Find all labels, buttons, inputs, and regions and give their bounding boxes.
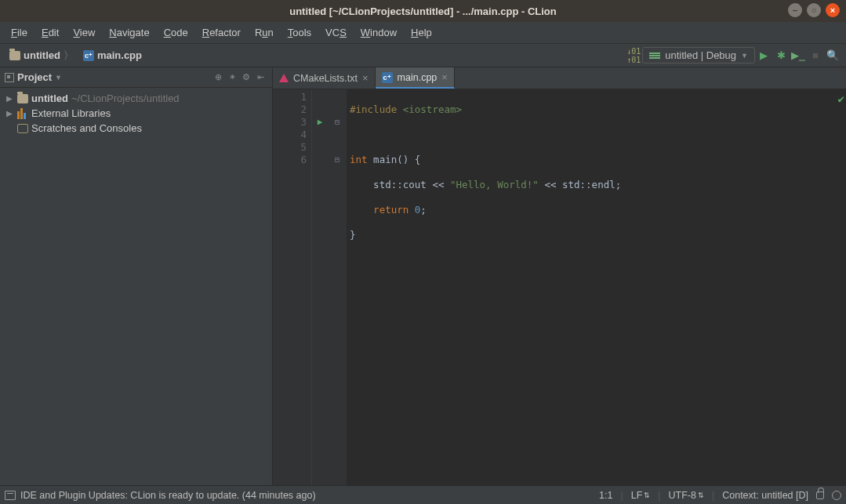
fold-gutter: ⊟ ⊟ (328, 89, 347, 485)
window-titlebar: untitled [~/CLionProjects/untitled] - ..… (0, 0, 846, 22)
tool-windows-quick-access-icon[interactable] (5, 491, 16, 500)
folder-icon (9, 51, 20, 60)
editor-tab-label: main.cpp (398, 72, 438, 83)
status-bar: IDE and Plugin Updates: CLion is ready t… (0, 485, 846, 504)
inspector-icon (832, 491, 841, 500)
window-title: untitled [~/CLionProjects/untitled] - ..… (289, 5, 557, 17)
breadcrumb-project[interactable]: untitled 〉 (5, 47, 78, 64)
line-number: 4 (273, 129, 307, 141)
lock-icon (816, 491, 824, 499)
run-line-marker-icon[interactable]: ▶ (318, 116, 323, 129)
menu-tools[interactable]: Tools (281, 25, 318, 40)
editor-tab-main-cpp[interactable]: c⁺ main.cpp × (376, 67, 455, 89)
inspection-profile[interactable] (832, 491, 841, 500)
navigation-bar: untitled 〉 c⁺ main.cpp ↓01↑01 untitled |… (0, 44, 846, 67)
close-tab-button[interactable]: × (441, 71, 448, 83)
menu-run[interactable]: Run (249, 25, 280, 40)
inspection-ok-icon[interactable]: ✔ (838, 92, 844, 105)
run-button[interactable]: ▶ (755, 47, 772, 64)
window-close-button[interactable]: × (826, 3, 840, 17)
run-configuration-label: untitled | Debug (665, 49, 736, 61)
editor-tab-cmakelists[interactable]: CMakeLists.txt × (273, 67, 376, 89)
line-number: 1 (273, 91, 307, 103)
project-icon (5, 73, 14, 82)
run-configuration-selector[interactable]: untitled | Debug ▼ (642, 47, 755, 63)
project-tool-window: Project ▼ ⊕ ✴ ⚙ ⇤ ▶ untitled ~/CLionProj… (0, 67, 273, 485)
editor-tabs: CMakeLists.txt × c⁺ main.cpp × (273, 67, 846, 89)
menu-edit[interactable]: Edit (35, 25, 65, 40)
tree-node-label: untitled (31, 92, 68, 104)
context-widget[interactable]: Context: untitled [D] (722, 490, 808, 501)
tree-node-project[interactable]: ▶ untitled ~/CLionProjects/untitled (2, 91, 271, 106)
run-with-coverage-button[interactable]: ▶⎯ (790, 47, 807, 64)
chevron-down-icon: ▼ (741, 52, 748, 60)
caret-position[interactable]: 1:1 (599, 490, 612, 501)
menu-view[interactable]: View (67, 25, 101, 40)
code-content[interactable]: #include <iostream> int main() { std::co… (347, 89, 846, 485)
window-maximize-button[interactable]: ○ (807, 3, 821, 17)
project-tool-header: Project ▼ ⊕ ✴ ⚙ ⇤ (0, 67, 272, 88)
breadcrumb-file-label: main.cpp (97, 49, 142, 61)
editor-tab-label: CMakeLists.txt (293, 73, 358, 84)
update-project-button[interactable]: ↓01↑01 (625, 47, 642, 64)
line-number: 3 (273, 116, 307, 129)
debug-button[interactable]: ✱ (772, 47, 790, 64)
project-tool-title[interactable]: Project ▼ (5, 71, 62, 83)
close-tab-button[interactable]: × (362, 72, 369, 84)
menu-refactor[interactable]: Refactor (196, 25, 247, 40)
line-number-gutter: 1 2 3 4 5 6 (273, 89, 312, 485)
tree-node-scratches[interactable]: Scratches and Consoles (2, 121, 271, 136)
menu-window[interactable]: Window (354, 25, 403, 40)
window-minimize-button[interactable]: – (788, 3, 802, 17)
collapse-all-button[interactable]: ✴ (225, 71, 239, 85)
cpp-file-icon: c⁺ (83, 50, 94, 61)
read-only-toggle[interactable] (816, 491, 824, 499)
run-gutter: ▶ (312, 89, 328, 485)
search-everywhere-button[interactable]: 🔍 (824, 47, 841, 64)
project-settings-button[interactable]: ⚙ (239, 71, 253, 85)
tree-node-label: External Libraries (31, 107, 111, 119)
main-split: Project ▼ ⊕ ✴ ⚙ ⇤ ▶ untitled ~/CLionProj… (0, 67, 846, 485)
menu-file[interactable]: File (5, 25, 34, 40)
fold-start-icon[interactable]: ⊟ (328, 116, 347, 129)
menu-navigate[interactable]: Navigate (103, 25, 155, 40)
project-tree: ▶ untitled ~/CLionProjects/untitled ▶ Ex… (0, 88, 272, 139)
tree-node-path: ~/CLionProjects/untitled (71, 92, 180, 104)
status-message[interactable]: IDE and Plugin Updates: CLion is ready t… (20, 490, 316, 501)
tree-node-external-libraries[interactable]: ▶ External Libraries (2, 106, 271, 121)
stop-button[interactable]: ■ (807, 47, 824, 64)
cmake-file-icon (279, 74, 289, 82)
project-tool-title-label: Project (17, 71, 52, 83)
library-icon (17, 108, 28, 119)
tree-node-label: Scratches and Consoles (31, 122, 142, 134)
chevron-right-icon: ▶ (5, 94, 14, 103)
locate-file-button[interactable]: ⊕ (211, 71, 225, 85)
menu-vcs[interactable]: VCS (319, 25, 353, 40)
line-number: 6 (273, 154, 307, 166)
menu-bar: File Edit View Navigate Code Refactor Ru… (0, 22, 846, 44)
scratches-icon (17, 124, 28, 133)
folder-icon (17, 94, 28, 103)
chevron-down-icon: ▼ (55, 74, 62, 82)
chevron-right-icon: ▶ (5, 109, 14, 118)
breadcrumb-file[interactable]: c⁺ main.cpp (78, 48, 147, 63)
breadcrumb-project-label: untitled (24, 49, 60, 61)
menu-help[interactable]: Help (405, 25, 438, 40)
line-separator[interactable]: LF⇅ (631, 490, 651, 501)
editor-area: CMakeLists.txt × c⁺ main.cpp × 1 2 3 4 5… (273, 67, 846, 485)
cpp-file-icon: c⁺ (382, 72, 393, 83)
hide-tool-window-button[interactable]: ⇤ (253, 71, 267, 85)
target-icon (649, 50, 660, 61)
line-number: 2 (273, 103, 307, 116)
line-number: 5 (273, 141, 307, 154)
code-editor[interactable]: 1 2 3 4 5 6 ▶ ⊟ ⊟ #include <iostream> in… (273, 89, 846, 485)
file-encoding[interactable]: UTF-8⇅ (669, 490, 704, 501)
breadcrumb-separator: 〉 (64, 49, 74, 63)
fold-end-icon[interactable]: ⊟ (328, 154, 347, 166)
menu-code[interactable]: Code (158, 25, 194, 40)
